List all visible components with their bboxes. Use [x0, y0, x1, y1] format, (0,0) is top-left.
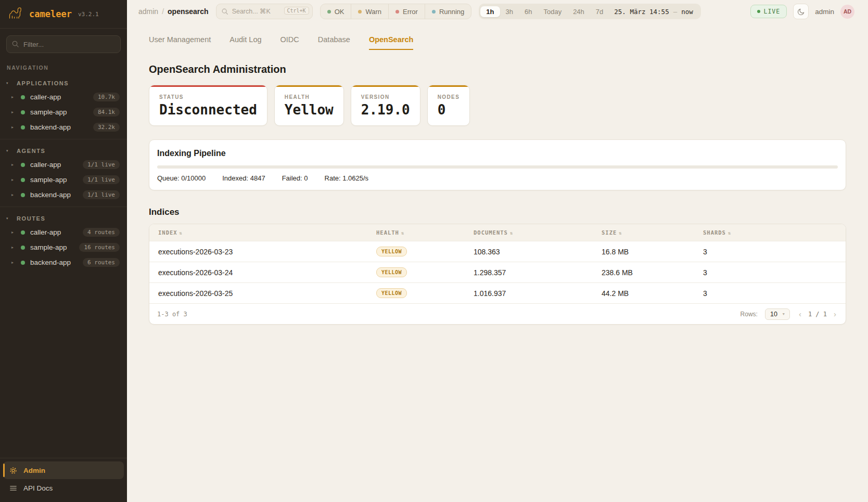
cell-health: YELLOW [367, 283, 465, 304]
chevron-right-icon: ▸ [11, 192, 17, 197]
topbar-right: LIVE admin AD [750, 4, 854, 19]
sidebar-item-route-sample[interactable]: ▸ sample-app 16 routes [0, 240, 127, 255]
sidebar-item-app-caller[interactable]: ▸ caller-app 10.7k [0, 89, 127, 105]
time-range-1h[interactable]: 1h [480, 6, 500, 17]
sidebar-item-route-caller[interactable]: ▸ caller-app 4 routes [0, 225, 127, 240]
global-search[interactable]: Ctrl+K [216, 4, 313, 19]
keyboard-shortcut-badge: Ctrl+K [284, 7, 309, 15]
item-badge: 1/1 live [83, 175, 120, 184]
table-footer: 1-3 of 3 Rows: 10 ▾ ‹ 1 / 1 › [149, 303, 846, 324]
moon-icon [797, 8, 805, 16]
time-range-24h[interactable]: 24h [567, 6, 590, 17]
chevron-right-icon: ▸ [11, 245, 17, 250]
filter-chip-ok[interactable]: OK [321, 4, 351, 19]
stat-label: VERSION [361, 94, 410, 100]
sidebar-item-admin[interactable]: Admin [3, 461, 124, 479]
stat-label: STATUS [159, 94, 257, 100]
table-row[interactable]: executions-2026-03-24 YELLOW 1.298.357 2… [149, 262, 846, 283]
section-header-applications[interactable]: ▾ APPLICATIONS [0, 76, 127, 89]
card-accent-strip [275, 85, 343, 87]
cell-index: executions-2026-03-23 [149, 241, 367, 262]
status-dot [21, 246, 25, 250]
search-icon [221, 8, 228, 17]
sidebar-item-api-docs[interactable]: API Docs [3, 479, 124, 497]
time-range-6h[interactable]: 6h [519, 6, 538, 17]
filter-chip-error[interactable]: Error [388, 4, 425, 19]
chevron-right-icon: ▸ [11, 230, 17, 235]
next-page-button[interactable]: › [832, 310, 838, 318]
nodes-card: NODES 0 [427, 85, 470, 126]
card-accent-strip [149, 85, 267, 87]
table-footer-right: Rows: 10 ▾ ‹ 1 / 1 › [741, 308, 838, 320]
health-badge: YELLOW [376, 247, 407, 256]
tab-opensearch[interactable]: OpenSearch [369, 35, 413, 50]
item-label: caller-app [30, 161, 79, 169]
page-indicator: 1 / 1 [808, 311, 827, 318]
logo-row: cameleer v3.2.1 [0, 0, 127, 29]
navigation-label: NAVIGATION [7, 65, 127, 71]
chevron-right-icon: ▸ [11, 260, 17, 265]
sidebar-item-route-backend[interactable]: ▸ backend-app 6 routes [0, 255, 127, 270]
sidebar-item-agent-sample[interactable]: ▸ sample-app 1/1 live [0, 172, 127, 187]
breadcrumb-parent[interactable]: admin [138, 7, 158, 16]
tab-user-management[interactable]: User Management [149, 35, 211, 50]
status-dot [21, 193, 25, 197]
filter-input[interactable] [6, 35, 121, 53]
chevron-down-icon: ▾ [783, 312, 785, 316]
filter-chip-warn[interactable]: Warn [351, 4, 388, 19]
item-badge: 84.1k [93, 108, 120, 117]
error-dot [395, 10, 399, 14]
sidebar-item-agent-backend[interactable]: ▸ backend-app 1/1 live [0, 187, 127, 202]
pipeline-stat-rate: Rate: 1.0625/s [325, 174, 369, 182]
sort-icon: ⇅ [510, 230, 513, 236]
sidebar-item-agent-caller[interactable]: ▸ caller-app 1/1 live [0, 157, 127, 172]
table-row[interactable]: executions-2026-03-23 YELLOW 108.363 16.… [149, 241, 846, 262]
item-label: backend-app [30, 191, 79, 199]
sort-icon: ⇅ [728, 230, 731, 236]
time-range-7d[interactable]: 7d [590, 6, 609, 17]
tab-database[interactable]: Database [318, 35, 350, 50]
avatar[interactable]: AD [840, 5, 854, 19]
chip-label: OK [335, 8, 344, 16]
item-label: sample-app [30, 108, 89, 116]
rows-per-page-select[interactable]: 10 ▾ [765, 308, 790, 320]
column-header-index[interactable]: INDEX⇅ [149, 224, 367, 241]
chevron-right-icon: ▸ [11, 95, 17, 99]
pagination: ‹ 1 / 1 › [797, 310, 838, 318]
live-status-badge[interactable]: LIVE [750, 5, 787, 18]
card-accent-strip [351, 85, 420, 87]
breadcrumb: admin / opensearch [138, 7, 209, 16]
time-range-today[interactable]: Today [538, 6, 567, 17]
chip-label: Warn [365, 8, 381, 16]
item-label: caller-app [30, 93, 89, 101]
item-badge: 16 routes [79, 243, 120, 252]
filter-chip-running[interactable]: Running [425, 4, 471, 19]
tab-audit-log[interactable]: Audit Log [229, 35, 261, 50]
date-range-display[interactable]: 25. März 14:55 — now [614, 8, 693, 16]
indices-table: INDEX⇅ HEALTH⇅ DOCUMENTS⇅ SIZE⇅ SHARDS⇅ … [149, 224, 846, 303]
chip-label: Running [439, 8, 464, 16]
live-label: LIVE [764, 8, 781, 15]
column-header-size[interactable]: SIZE⇅ [593, 224, 694, 241]
time-range-3h[interactable]: 3h [500, 6, 519, 17]
pipeline-stat-queue: Queue: 0/10000 [157, 174, 206, 182]
dark-mode-toggle[interactable] [793, 4, 809, 19]
column-header-shards[interactable]: SHARDS⇅ [694, 224, 846, 241]
item-label: caller-app [30, 228, 79, 236]
previous-page-button[interactable]: ‹ [797, 310, 803, 318]
sidebar-item-app-sample[interactable]: ▸ sample-app 84.1k [0, 105, 127, 120]
column-header-documents[interactable]: DOCUMENTS⇅ [465, 224, 593, 241]
table-row[interactable]: executions-2026-03-25 YELLOW 1.016.937 4… [149, 283, 846, 304]
chevron-down-icon: ▾ [6, 216, 11, 221]
tab-oidc[interactable]: OIDC [280, 35, 299, 50]
stat-value: 2.19.0 [361, 102, 410, 118]
section-header-agents[interactable]: ▾ AGENTS [0, 144, 127, 157]
cell-index: executions-2026-03-25 [149, 283, 367, 304]
sidebar-item-app-backend[interactable]: ▸ backend-app 32.2k [0, 120, 127, 135]
breadcrumb-separator: / [162, 7, 164, 16]
section-header-routes[interactable]: ▾ ROUTES [0, 211, 127, 225]
column-header-health[interactable]: HEALTH⇅ [367, 224, 465, 241]
cell-shards: 3 [694, 241, 846, 262]
chevron-right-icon: ▸ [11, 162, 17, 167]
chevron-right-icon: ▸ [11, 177, 17, 182]
